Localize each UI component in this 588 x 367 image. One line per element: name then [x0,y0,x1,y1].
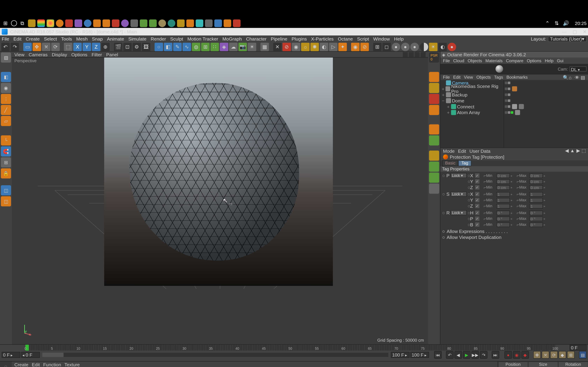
viewport[interactable]: Perspective Grid Spacing : 50000 cm Yx ↖… [12,58,428,344]
octane-menu-options[interactable]: Options [527,58,541,63]
z-axis-icon[interactable]: Z [92,42,100,51]
tab-tag[interactable]: Tag [458,160,471,166]
xp-action-icon[interactable]: ▷ [329,42,337,51]
menu-character[interactable]: Character [246,36,267,42]
project-end-field[interactable]: 100 F ▸ [410,352,429,358]
viewmenu-display[interactable]: Display [52,52,67,57]
viewmenu-panel[interactable]: Panel [106,52,118,57]
tray-chevron-icon[interactable]: ⌃ [544,19,551,27]
axis-mode-icon[interactable]: └ [1,135,11,145]
app-icon[interactable] [103,19,110,27]
app-icon[interactable] [37,19,45,27]
palette-icon[interactable] [429,151,439,161]
y-axis-icon[interactable]: Y [83,42,91,51]
matmenu-function[interactable]: Function [43,362,61,367]
max-field[interactable]: 1 [529,204,543,208]
max-field[interactable]: 0 ° [529,210,543,215]
menu-file[interactable]: File [2,36,9,42]
menu-render[interactable]: Render [151,36,166,42]
spot-icon[interactable]: ◐ [438,42,447,51]
min-field[interactable]: 1 [496,204,510,208]
camera-icon[interactable]: 📷 [238,42,247,51]
app-icon[interactable] [196,19,203,27]
objmenu-tags[interactable]: Tags [494,75,503,80]
object-row[interactable]: +Nikomedias Scene Rig Pro [441,86,504,92]
texture-mode-icon[interactable]: ◉ [1,83,11,93]
clock[interactable]: 20:25 [575,21,587,26]
palette-icon[interactable] [429,124,439,134]
xp-icon[interactable]: ✕ [273,42,282,51]
axis-checkbox[interactable]: ✓ [475,217,479,221]
tab-basic[interactable]: Basic [442,160,458,166]
menu-octane[interactable]: Octane [338,36,353,42]
range-slider[interactable] [42,353,388,357]
key-scale-button[interactable]: ⤧ [542,351,549,359]
max-field[interactable]: 1 [529,192,543,196]
min-field[interactable]: 0 ° [496,210,510,215]
palette-icon[interactable] [429,173,439,183]
goto-prev-key-button[interactable]: ↶ [446,351,454,359]
grid-icon[interactable]: ⊞ [373,42,381,51]
x-axis-icon[interactable]: X [73,42,82,51]
viewport-solo2-icon[interactable]: ◫ [1,196,11,206]
coord-icon[interactable]: ⊕ [101,42,110,51]
objmenu-edit[interactable]: Edit [453,75,461,80]
app-icon[interactable] [56,19,63,27]
axis-checkbox[interactable]: ✓ [475,223,479,227]
xp-question-icon[interactable]: ✦ [338,42,347,51]
point-mode-icon[interactable]: ⋮ [1,94,11,104]
goto-next-key-button[interactable]: ↷ [480,351,488,359]
psr-icon[interactable]: PSR0 [429,52,439,63]
menu-help[interactable]: Help [394,36,404,42]
prev-frame-button[interactable]: ◀ [454,351,462,359]
matmenu-create[interactable]: Create [14,362,28,367]
max-field[interactable]: 0 cm [529,179,543,184]
edge-mode-icon[interactable]: ╱ [1,105,11,115]
lock-select[interactable]: Lock ▾ [451,173,467,178]
poly-mode-icon[interactable]: ▱ [1,116,11,126]
generator-icon[interactable]: ◍ [192,42,200,51]
menu-sculpt[interactable]: Sculpt [170,36,183,42]
render-icon[interactable]: 🎬 [114,42,122,51]
palette-icon[interactable] [429,105,439,115]
attrmenu-edit[interactable]: Edit [458,148,466,153]
axis-checkbox[interactable]: ✓ [475,192,479,196]
key-pos-button[interactable]: ✥ [533,351,541,359]
app-icon[interactable] [224,19,231,27]
key-param-button[interactable]: ◆ [559,351,566,359]
app-icon[interactable] [130,19,138,27]
max-field[interactable]: 0 cm [529,173,543,178]
min-field[interactable]: 0 cm [496,185,510,190]
object-tags[interactable] [504,109,588,116]
app-icon[interactable] [205,19,213,27]
menu-animate[interactable]: Animate [107,36,124,42]
nav-up-icon[interactable]: ▲ [570,148,575,153]
goto-start-button[interactable]: ⏮ [434,351,442,359]
min-field[interactable]: 0 cm [496,173,510,178]
axis-checkbox[interactable]: ✓ [475,179,479,184]
menu-script[interactable]: Script [357,36,369,42]
min-field[interactable]: 1 [496,198,510,202]
range-end-field[interactable]: 100 F ▸ [391,352,409,358]
max-field[interactable]: 1 [529,198,543,202]
menu-motion-tracker[interactable]: Motion Tracker [187,36,218,42]
viewmenu-cameras[interactable]: Cameras [29,52,48,57]
primitive-null-icon[interactable]: ○ [155,42,163,51]
app-icon[interactable] [28,19,36,27]
scale-tool-icon[interactable]: ⤧ [42,42,50,51]
sun-icon[interactable]: ☀ [429,42,437,51]
timeline-ruler[interactable]: 0510152025303540455055606570758085909510… [25,345,555,350]
app-icon[interactable] [140,19,147,27]
viewmenu-options[interactable]: Options [71,52,87,57]
range-start-field[interactable]: ◂ 0 F [21,352,40,358]
menu-window[interactable]: Window [373,36,390,42]
matmenu-edit[interactable]: Edit [32,362,40,367]
octane-menu-file[interactable]: File [443,58,450,63]
cortana-icon[interactable] [11,20,17,26]
goto-end-button[interactable]: ⏭ [492,351,500,359]
object-tags[interactable] [504,80,588,86]
workplane-icon[interactable]: ⊞ [1,157,11,167]
start-icon[interactable]: ⊞ [2,19,9,27]
app-icon[interactable] [65,19,73,27]
axis-checkbox[interactable]: ✓ [475,185,479,189]
